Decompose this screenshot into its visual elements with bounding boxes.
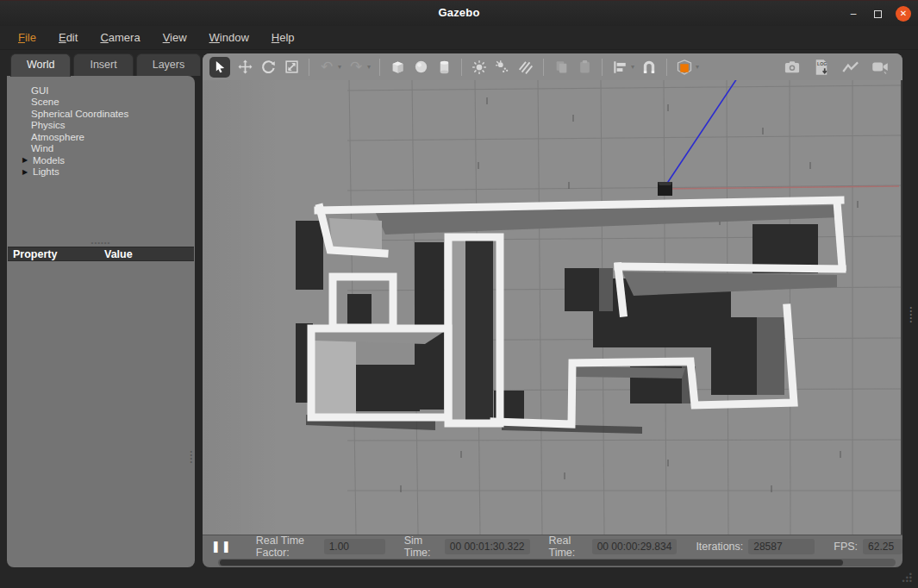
paste-icon[interactable] bbox=[576, 59, 593, 76]
world-panel-body: GUI Scene Spherical Coordinates Physics … bbox=[7, 76, 195, 567]
point-light-icon[interactable] bbox=[471, 59, 488, 76]
tree-item-wind[interactable]: Wind bbox=[7, 143, 195, 155]
tree-item-atmosphere[interactable]: Atmosphere bbox=[7, 131, 195, 143]
snap-magnet-icon[interactable] bbox=[640, 59, 658, 76]
insert-sphere-icon[interactable] bbox=[412, 59, 429, 76]
tree-item-models[interactable]: ▶Models bbox=[7, 154, 195, 166]
align-options-caret-icon[interactable]: ▾ bbox=[631, 63, 634, 71]
real-time-factor-value: 1.00 bbox=[324, 539, 385, 554]
scene-tree: GUI Scene Spherical Coordinates Physics … bbox=[7, 76, 195, 178]
fps-label: FPS: bbox=[834, 541, 858, 553]
select-arrow-icon[interactable] bbox=[209, 57, 230, 78]
align-icon[interactable] bbox=[611, 59, 628, 76]
sim-time-label: Sim Time: bbox=[404, 535, 440, 559]
sim-time-value: 00 00:01:30.322 bbox=[445, 539, 530, 554]
spot-light-icon[interactable] bbox=[494, 59, 511, 76]
title-bar[interactable]: Gazebo – ✕ bbox=[0, 0, 918, 26]
menu-help[interactable]: Help bbox=[262, 28, 304, 47]
real-time-factor-label: Real Time Factor: bbox=[256, 535, 319, 559]
iterations-label: Iterations: bbox=[696, 541, 743, 553]
pause-button[interactable]: ❚❚ bbox=[211, 540, 232, 553]
tab-insert[interactable]: Insert bbox=[73, 53, 133, 76]
tree-item-spherical-coordinates[interactable]: Spherical Coordinates bbox=[7, 108, 195, 120]
3d-viewport[interactable] bbox=[203, 80, 902, 535]
fps-value: 62.25 bbox=[863, 539, 902, 554]
menu-window[interactable]: Window bbox=[200, 28, 259, 47]
copy-icon[interactable] bbox=[553, 59, 570, 76]
panel-tabs: World Insert Layers bbox=[7, 53, 195, 76]
toolbar-separator bbox=[543, 59, 544, 76]
horizontal-scrollbar[interactable] bbox=[218, 558, 896, 567]
menu-camera[interactable]: Camera bbox=[91, 28, 149, 47]
toolbar-separator bbox=[666, 59, 667, 76]
viewport-panel: ↶ ▾ ↷ ▾ ▾ bbox=[203, 53, 902, 567]
value-column-header[interactable]: Value bbox=[104, 248, 133, 260]
menu-bar: File Edit Camera View Window Help bbox=[0, 26, 918, 50]
screenshot-camera-icon[interactable] bbox=[784, 59, 801, 76]
toolbar-separator bbox=[309, 59, 309, 76]
horizontal-scrollbar-handle[interactable] bbox=[220, 560, 843, 566]
expand-arrow-icon[interactable]: ▶ bbox=[21, 168, 33, 176]
plot-icon[interactable] bbox=[842, 59, 859, 76]
scale-icon[interactable] bbox=[283, 59, 300, 76]
tree-item-physics[interactable]: Physics bbox=[7, 120, 195, 132]
tree-item-gui[interactable]: GUI bbox=[7, 84, 195, 97]
window-title: Gazebo bbox=[0, 6, 918, 19]
toolbar-separator bbox=[461, 59, 462, 76]
view-angle-caret-icon[interactable]: ▾ bbox=[696, 63, 699, 71]
window-resize-grip[interactable]: • ••••• bbox=[899, 572, 913, 585]
svg-text:LOG: LOG bbox=[817, 60, 827, 66]
panel-scrollbar-handle[interactable]: •••• bbox=[190, 450, 192, 464]
insert-cylinder-icon[interactable] bbox=[435, 59, 453, 76]
redo-history-caret-icon[interactable]: ▾ bbox=[367, 63, 371, 71]
robot bbox=[658, 182, 672, 196]
expand-arrow-icon[interactable]: ▶ bbox=[21, 156, 33, 164]
tree-item-lights[interactable]: ▶Lights bbox=[7, 166, 195, 178]
render-toolbar: ↶ ▾ ↷ ▾ ▾ bbox=[203, 53, 902, 80]
left-panel: World Insert Layers GUI Scene Spherical … bbox=[7, 53, 195, 567]
rotate-icon[interactable] bbox=[259, 59, 277, 76]
video-record-icon[interactable] bbox=[871, 59, 889, 76]
real-time-label: Real Time: bbox=[549, 535, 587, 559]
tab-world[interactable]: World bbox=[10, 53, 71, 77]
insert-box-icon[interactable] bbox=[389, 59, 406, 76]
close-button[interactable]: ✕ bbox=[896, 6, 911, 22]
panel-splitter-handle[interactable]: •••••• bbox=[88, 241, 114, 245]
redo-icon[interactable]: ↷ bbox=[347, 59, 365, 76]
log-record-icon[interactable]: LOG bbox=[813, 59, 830, 76]
undo-history-caret-icon[interactable]: ▾ bbox=[338, 63, 341, 71]
3d-scene bbox=[203, 80, 901, 535]
view-angle-cube-icon[interactable] bbox=[676, 59, 693, 76]
menu-file[interactable]: File bbox=[9, 28, 46, 47]
tab-layers[interactable]: Layers bbox=[136, 53, 202, 76]
simulation-status-bar: ❚❚ Real Time Factor: 1.00 Sim Time: 00 0… bbox=[203, 535, 902, 557]
menu-edit[interactable]: Edit bbox=[49, 28, 87, 47]
minimize-button[interactable]: – bbox=[846, 8, 860, 20]
iterations-value: 28587 bbox=[748, 539, 815, 554]
right-splitter-handle[interactable]: ••••• bbox=[910, 306, 912, 323]
undo-icon[interactable]: ↶ bbox=[318, 59, 335, 76]
toolbar-separator bbox=[602, 59, 603, 76]
maximize-button[interactable] bbox=[874, 10, 882, 18]
property-column-header[interactable]: Property bbox=[8, 248, 104, 260]
property-table-header: Property Value bbox=[8, 247, 194, 261]
toolbar-separator bbox=[379, 59, 380, 76]
tree-item-scene[interactable]: Scene bbox=[7, 97, 195, 109]
menu-view[interactable]: View bbox=[153, 28, 197, 47]
translate-icon[interactable] bbox=[236, 59, 253, 76]
directional-light-icon[interactable] bbox=[517, 59, 534, 76]
real-time-value: 00 00:00:29.834 bbox=[592, 539, 678, 554]
